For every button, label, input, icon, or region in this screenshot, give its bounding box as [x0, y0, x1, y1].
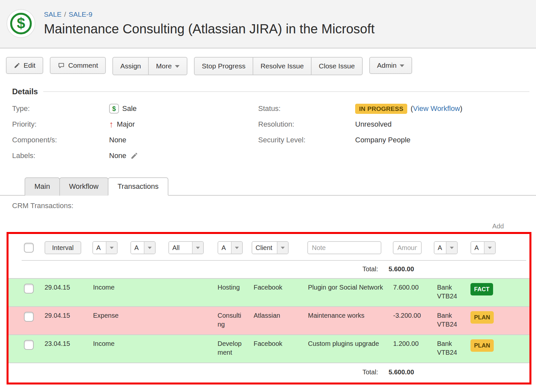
- comment-bubble-icon: [58, 62, 65, 69]
- txn-type: Income: [92, 339, 130, 348]
- details-title: Details: [12, 87, 38, 96]
- type-value: Sale: [122, 104, 137, 113]
- field-priority: Priority: ↑ Major: [12, 119, 258, 130]
- breadcrumb-separator: /: [64, 10, 66, 18]
- issue-header: $ SALE/SALE-9 Maintenance Consulting (At…: [0, 0, 536, 48]
- assign-more-group: Assign More: [112, 57, 187, 75]
- components-value: None: [109, 136, 126, 144]
- txn-type: Income: [92, 283, 130, 292]
- tab-workflow[interactable]: Workflow: [59, 177, 108, 196]
- edit-button[interactable]: Edit: [6, 57, 43, 74]
- sale-type-icon: $: [109, 104, 119, 114]
- transaction-row: 29.04.15 Income Hosting Facebook Plugin …: [9, 278, 529, 306]
- details-rule: [43, 91, 529, 92]
- txn-date: 29.04.15: [45, 283, 92, 292]
- select-all-checkbox[interactable]: [24, 243, 34, 253]
- txn-amount: 7.600.00: [391, 283, 434, 292]
- txn-amount: -3.200.00: [391, 311, 434, 320]
- priority-up-arrow-icon: ↑: [109, 120, 114, 129]
- row-checkbox[interactable]: [24, 340, 34, 350]
- transactions-filter-row: Interval A A All A Client A A: [9, 234, 529, 260]
- bank-filter-select[interactable]: A: [434, 241, 458, 254]
- txn-state-badge: PLAN: [470, 339, 494, 352]
- txn-state-badge: FACT: [470, 283, 493, 295]
- details-fields: Type: $ Sale Priority: ↑ Major Component…: [12, 103, 536, 161]
- issue-tabbar: Main Workflow Transactions: [0, 177, 536, 196]
- field-resolution: Resolution: Unresolved: [258, 119, 536, 130]
- txn-date: 23.04.15: [45, 339, 92, 348]
- crm-transactions-label: CRM Transactions:: [12, 202, 536, 210]
- comment-button[interactable]: Comment: [50, 57, 106, 74]
- security-level-value: Company People: [355, 136, 411, 144]
- txn-client: Atlassian: [252, 311, 306, 320]
- issue-type-avatar: $: [7, 9, 35, 38]
- admin-button[interactable]: Admin: [369, 57, 412, 74]
- page-title: Maintenance Consulting (Atlassian JIRA) …: [44, 22, 374, 36]
- txn-type: Expense: [92, 311, 130, 320]
- tab-transactions[interactable]: Transactions: [108, 177, 168, 196]
- chevron-down-icon: [192, 242, 203, 254]
- txn-category: Consulting: [218, 311, 244, 329]
- total-value: 5.600.00: [386, 368, 429, 376]
- more-button[interactable]: More: [148, 58, 187, 75]
- txn-category: Development: [218, 339, 244, 357]
- view-workflow-link[interactable]: View Workflow: [413, 104, 460, 113]
- priority-value: Major: [117, 120, 135, 129]
- note-filter-input[interactable]: [307, 241, 381, 254]
- stop-progress-button[interactable]: Stop Progress: [195, 58, 253, 75]
- status-badge: IN PROGRESS: [355, 104, 407, 114]
- crm-transactions-table: Interval A A All A Client A A Total: 5.6…: [7, 232, 531, 384]
- txn-client: Facebook: [252, 339, 306, 348]
- chevron-down-icon: [484, 242, 495, 254]
- transaction-row: 29.04.15 Expense Consulting Atlassian Ma…: [9, 306, 529, 334]
- issue-toolbar: Edit Comment Assign More Stop Progress R…: [6, 57, 536, 75]
- labels-value: None: [109, 151, 126, 160]
- txn-note: Maintenance works: [306, 311, 391, 320]
- resolution-value: Unresolved: [355, 120, 392, 129]
- interval-filter-button[interactable]: Interval: [45, 241, 81, 254]
- add-transaction-link[interactable]: Add: [492, 223, 504, 230]
- txn-date: 29.04.15: [45, 311, 92, 320]
- breadcrumb: SALE/SALE-9: [44, 10, 374, 18]
- chevron-down-icon: [277, 242, 288, 254]
- chevron-down-icon: [144, 242, 155, 254]
- edit-labels-pencil-icon[interactable]: [130, 152, 138, 160]
- breadcrumb-project-link[interactable]: SALE: [44, 10, 62, 18]
- category-filter-select[interactable]: A: [218, 241, 243, 254]
- account-filter-select[interactable]: A: [130, 241, 156, 254]
- txn-bank: Bank VTB24: [434, 339, 470, 357]
- close-issue-button[interactable]: Close Issue: [311, 58, 362, 75]
- breadcrumb-issue-link[interactable]: SALE-9: [69, 10, 92, 18]
- field-status: Status: IN PROGRESS (View Workflow): [258, 103, 536, 114]
- state-filter-select[interactable]: A: [470, 241, 496, 254]
- details-right-column: Status: IN PROGRESS (View Workflow) Reso…: [258, 103, 536, 161]
- txn-bank: Bank VTB24: [434, 283, 470, 301]
- details-left-column: Type: $ Sale Priority: ↑ Major Component…: [12, 103, 258, 161]
- chevron-down-icon: [446, 242, 457, 254]
- workflow-buttons-group: Stop Progress Resolve Issue Close Issue: [194, 57, 363, 75]
- txn-client: Facebook: [252, 283, 306, 292]
- client-filter-select[interactable]: Client: [252, 241, 289, 254]
- all-filter-select[interactable]: All: [168, 241, 204, 254]
- txn-state-badge: PLAN: [470, 311, 494, 324]
- amount-filter-input[interactable]: [393, 241, 422, 254]
- tab-main[interactable]: Main: [25, 177, 60, 196]
- type-filter-select[interactable]: A: [92, 241, 118, 254]
- txn-category: Hosting: [218, 283, 244, 292]
- field-components: Component/s: None: [12, 135, 258, 145]
- total-row-top: Total: 5.600.00: [9, 261, 529, 278]
- chevron-down-icon: [106, 242, 117, 254]
- chevron-down-icon: [175, 65, 180, 68]
- total-label: Total:: [301, 368, 386, 376]
- assign-button[interactable]: Assign: [113, 58, 148, 75]
- chevron-down-icon: [231, 242, 242, 254]
- details-heading: Details: [12, 87, 536, 96]
- total-label: Total:: [301, 265, 386, 273]
- chevron-down-icon: [400, 64, 404, 67]
- row-checkbox[interactable]: [24, 284, 34, 294]
- resolve-issue-button[interactable]: Resolve Issue: [253, 58, 311, 75]
- field-security-level: Security Level: Company People: [258, 135, 536, 145]
- txn-note: Custom plugins upgrade: [306, 339, 391, 348]
- row-checkbox[interactable]: [24, 312, 34, 322]
- txn-amount: 1.200.00: [391, 339, 434, 348]
